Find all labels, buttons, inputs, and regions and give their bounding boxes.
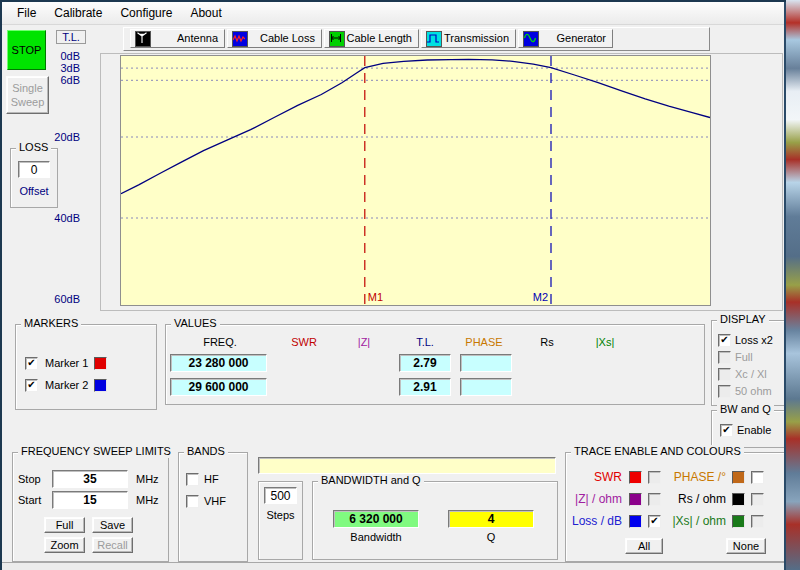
values-header-phase: PHASE (454, 336, 514, 349)
marker2-color-swatch[interactable] (94, 379, 107, 392)
stop-button[interactable]: STOP (7, 30, 46, 70)
start-freq-unit: MHz (136, 494, 159, 507)
marker1-label: Marker 1 (45, 357, 88, 370)
window-left-border (0, 0, 2, 570)
stop-freq-unit: MHz (136, 473, 159, 486)
trace-rs-swatch[interactable] (732, 493, 745, 506)
marker2-phase-field[interactable] (460, 378, 512, 396)
axis-title: T.L. (56, 30, 86, 44)
values-group-title: VALUES (171, 317, 220, 330)
marker1-checkbox[interactable]: ✔ (25, 357, 38, 370)
window-right-border (784, 0, 786, 570)
loss-group-title: LOSS (16, 141, 51, 154)
menu-file[interactable]: File (8, 3, 45, 23)
single-sweep-button[interactable]: Single Sweep (6, 76, 49, 114)
hf-label: HF (204, 473, 219, 486)
steps-input[interactable]: 500 (264, 487, 297, 504)
trace-loss-label: Loss / dB (570, 515, 622, 528)
marker1-freq-field[interactable]: 23 280 000 (170, 354, 267, 372)
antenna-button[interactable]: Antenna (130, 29, 225, 48)
cable-loss-button-label: Cable Loss (260, 32, 315, 44)
marker2-checkbox[interactable]: ✔ (25, 379, 38, 392)
transmission-button[interactable]: Transmission (421, 29, 516, 48)
markers-group-title: MARKERS (21, 317, 81, 330)
message-field[interactable] (258, 457, 556, 474)
window-top-border (0, 0, 786, 2)
bwq-enable-checkbox[interactable]: ✔ (720, 424, 733, 437)
window-bottom-border (0, 562, 786, 570)
trace-phase-checkbox[interactable] (751, 471, 764, 484)
desktop-background-strip (786, 0, 800, 570)
fifty-ohm-label: 50 ohm (735, 385, 772, 398)
marker1-phase-field[interactable] (460, 354, 512, 372)
trace-phase-swatch[interactable] (732, 471, 745, 484)
start-freq-input[interactable]: 15 (52, 491, 128, 509)
full-checkbox[interactable] (718, 351, 731, 364)
loss-group: LOSS (10, 148, 58, 208)
q-value-field: 4 (448, 510, 534, 528)
save-button[interactable]: Save (92, 517, 133, 533)
menu-calibrate[interactable]: Calibrate (45, 3, 111, 23)
sweep-limits-group-title: FREQUENCY SWEEP LIMITS (18, 445, 174, 458)
start-freq-label: Start (18, 494, 41, 507)
bandwidth-value-field: 6 320 000 (333, 510, 419, 528)
trace-rs-checkbox[interactable] (751, 493, 764, 506)
trace-all-button[interactable]: All (625, 538, 663, 554)
y-tick-6db: 6dB (44, 74, 80, 86)
fifty-ohm-checkbox[interactable] (718, 385, 731, 398)
zoom-button[interactable]: Zoom (44, 537, 85, 553)
trace-xs-swatch[interactable] (732, 515, 745, 528)
trace-xs-checkbox[interactable] (751, 515, 764, 528)
marker1-color-swatch[interactable] (94, 357, 107, 370)
loss-chart-svg: M1M2 (121, 56, 710, 305)
generator-button[interactable]: Generator (518, 29, 613, 48)
generator-button-label: Generator (556, 32, 606, 44)
full-label: Full (735, 351, 753, 364)
vhf-label: VHF (204, 495, 226, 508)
bands-group-title: BANDS (184, 445, 228, 458)
stop-freq-label: Stop (18, 473, 41, 486)
bwq-enable-label: Enable (737, 424, 771, 437)
loss-x2-label: Loss x2 (735, 334, 773, 347)
cable-length-button-label: Cable Length (347, 32, 412, 44)
y-tick-0db: 0dB (44, 50, 80, 62)
full-span-button[interactable]: Full (44, 517, 85, 533)
stop-freq-input[interactable]: 35 (52, 470, 128, 488)
trace-z-swatch[interactable] (629, 493, 642, 506)
mode-toolbar: Antenna Cable Loss Cable Length Transmis… (123, 27, 710, 51)
single-sweep-line1: Single (7, 81, 48, 95)
y-tick-60db: 60dB (44, 293, 80, 305)
loss-x2-checkbox[interactable]: ✔ (718, 334, 731, 347)
values-header-tl: T.L. (395, 336, 455, 349)
app-window: File Calibrate Configure About STOP Sing… (0, 0, 800, 570)
marker2-freq-field[interactable]: 29 600 000 (170, 378, 267, 396)
values-header-z: |Z| (334, 336, 394, 349)
display-group-title: DISPLAY (717, 313, 769, 326)
xc-xl-label: Xc / Xl (735, 368, 767, 381)
svg-text:M1: M1 (368, 291, 383, 303)
loss-offset-input[interactable]: 0 (18, 161, 50, 178)
menu-configure[interactable]: Configure (111, 3, 181, 23)
loss-offset-label: Offset (10, 185, 58, 198)
trace-rs-label: Rs / ohm (656, 493, 726, 506)
y-tick-3db: 3dB (44, 62, 80, 74)
values-header-xs: |Xs| (575, 336, 635, 349)
vhf-checkbox[interactable] (186, 495, 199, 508)
cable-length-button[interactable]: Cable Length (324, 29, 419, 48)
bandwidth-label: Bandwidth (333, 531, 419, 544)
loss-chart[interactable]: M1M2 (120, 55, 711, 306)
cable-length-icon (329, 31, 345, 47)
trace-swr-swatch[interactable] (629, 471, 642, 484)
recall-button[interactable]: Recall (92, 537, 133, 553)
menu-about[interactable]: About (181, 3, 230, 23)
marker1-tl-field[interactable]: 2.79 (399, 354, 451, 372)
single-sweep-line2: Sweep (7, 95, 48, 109)
hf-checkbox[interactable] (186, 473, 199, 486)
antenna-icon (135, 31, 151, 47)
trace-none-button[interactable]: None (726, 538, 766, 554)
marker2-tl-field[interactable]: 2.91 (399, 378, 451, 396)
trace-loss-swatch[interactable] (629, 515, 642, 528)
cable-loss-button[interactable]: Cable Loss (227, 29, 322, 48)
steps-label: Steps (258, 509, 303, 522)
xc-xl-checkbox[interactable] (718, 368, 731, 381)
